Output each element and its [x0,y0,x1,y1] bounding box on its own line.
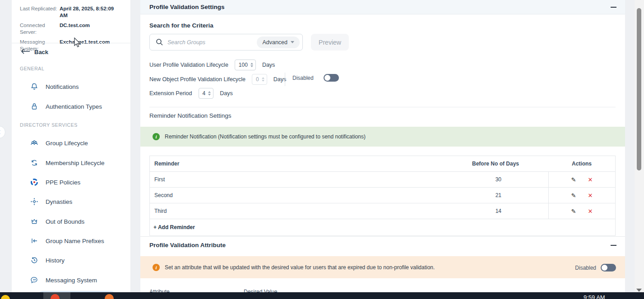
new-object-disabled-label: Disabled [292,75,314,81]
new-object-lifecycle-toggle-row: Disabled [292,74,339,82]
taskbar-clock[interactable]: 9:59 AM [584,294,605,299]
sidebar-item-group-lifecycle[interactable]: Group Lifecycle [30,138,88,148]
out-of-bounds-icon [30,217,39,226]
user-profile-lifecycle-row: User Profile Validation Lifecycle 100 Da… [149,60,275,70]
advanced-label: Advanced [262,39,287,46]
new-object-lifecycle-toggle[interactable] [324,74,339,82]
reminder-days: 30 [449,172,548,187]
group-icon [30,138,39,147]
sidebar-item-group-name-prefixes[interactable]: Group Name Prefixes [30,235,104,246]
replication-info-block: Last Replicated: April 28, 2025, 8:52:09… [20,5,123,55]
sidebar-item-history[interactable]: History [30,255,65,266]
new-object-lifecycle-input: 0 [252,74,267,85]
back-label: Back [34,49,48,55]
days-label: Days [220,90,232,97]
section-general: GENERAL [20,66,44,71]
sidebar-item-label: Notifications [46,83,79,90]
edit-icon[interactable]: ✎ [571,208,576,215]
messaging-system-value: Exchange1.test.com [60,39,110,52]
taskbar-app-icon[interactable] [1,295,10,299]
search-icon [156,38,163,46]
user-profile-lifecycle-input[interactable]: 100 [235,60,256,70]
lock-icon [30,102,39,111]
sidebar-item-membership-lifecycle[interactable]: Membership Lifecycle [30,157,105,168]
spinner-arrows-icon[interactable] [208,91,211,96]
preview-button[interactable]: Preview [311,34,349,51]
reminder-table-header: Reminder Before No of Days Actions [150,156,615,172]
spinner-arrows-icon[interactable] [250,63,253,67]
delete-icon[interactable]: ✕ [588,208,593,215]
attribute-banner-text: Set an attribute that will be updated wi… [165,264,435,271]
scrollbar-down-arrow[interactable] [636,289,642,292]
toggle-knob [602,265,607,271]
search-criteria-heading: Search for the Criteria [149,22,213,29]
history-icon [30,256,39,265]
sync-icon [30,158,39,167]
sidebar-collapse-button[interactable] [0,126,5,138]
sidebar-item-label: Dynasties [46,198,72,205]
section-divider [140,236,625,237]
days-label: Days [273,76,286,83]
sidebar-item-label: Group Lifecycle [46,140,88,147]
taskbar: 9:59 AM [0,292,644,299]
reminder-name: Second [150,188,449,203]
reminder-name: Third [150,203,449,219]
sidebar-item-label: Membership Lifecycle [46,160,105,166]
delete-icon[interactable]: ✕ [588,192,593,199]
connected-server-label: Connected Server: [20,22,60,36]
app-screen: Last Replicated: April 28, 2025, 8:52:09… [0,0,644,299]
sidebar-item-messaging-system[interactable]: Messaging System [30,275,97,285]
sidebar-item-out-of-bounds[interactable]: Out of Bounds [30,216,84,227]
extension-period-value: 4 [203,90,206,97]
edit-icon[interactable]: ✎ [571,192,576,199]
reminder-table: Reminder Before No of Days Actions First… [149,156,616,236]
sidebar-item-label: Authentication Types [46,103,102,110]
add-reminder-button[interactable]: + Add Reminder [150,219,195,235]
back-button[interactable]: Back [20,49,48,55]
panel-header: Profile Validation Settings [140,0,625,14]
collapse-section-button[interactable] [610,4,617,11]
section-divider [149,107,616,107]
reminder-settings-heading: Reminder Notification Settings [149,112,232,119]
sidebar-item-label: Group Name Prefixes [46,238,104,244]
mouse-cursor [74,37,82,50]
new-object-lifecycle-value: 0 [256,76,259,83]
sidebar-item-label: History [46,257,65,264]
last-replicated-row: Last Replicated: April 28, 2025, 8:52:09… [20,5,123,19]
collapse-attribute-section-button[interactable] [610,242,617,249]
sidebar-item-authentication-types[interactable]: Authentication Types [30,101,102,112]
advanced-search-button[interactable]: Advanced [257,37,300,48]
last-replicated-label: Last Replicated: [20,5,60,19]
sidebar-item-label: Messaging System [46,277,97,284]
delete-icon[interactable]: ✕ [588,176,593,183]
taskbar-app-icon-2[interactable] [105,294,114,299]
col-actions: Actions [548,156,615,171]
sidebar-item-ppe-policies[interactable]: PPE Policies [30,177,80,188]
sidebar-divider [12,43,131,43]
new-object-lifecycle-row: New Object Profile Validation Lifecycle … [149,74,286,85]
sidebar-item-dynasties[interactable]: Dynasties [30,196,72,207]
connected-server-row: Connected Server: DC.test.com [20,22,123,36]
table-row: Second 21 ✎ ✕ [150,188,615,203]
attribute-disabled-label: Disabled [575,265,596,271]
profile-validation-attribute-heading: Profile Validation Attribute [149,242,226,248]
scrollbar-thumb[interactable] [637,8,641,170]
extension-period-input[interactable]: 4 [199,88,214,99]
search-groups-input[interactable] [167,39,257,46]
user-profile-lifecycle-label: User Profile Validation Lifecycle [149,62,228,68]
table-row: Third 14 ✎ ✕ [150,203,615,219]
section-directory-services: DIRECTORY SERVICES [20,122,78,128]
field-divider [285,73,285,86]
attribute-banner: i Set an attribute that will be updated … [140,256,625,278]
bell-icon [30,82,39,91]
table-row: First 30 ✎ ✕ [150,172,615,188]
back-arrow-icon [20,49,30,55]
minus-icon [611,7,616,8]
extension-period-label: Extension Period [149,90,192,97]
reminder-days: 21 [449,188,548,203]
reminder-name: First [150,172,449,187]
sidebar-item-notifications[interactable]: Notifications [30,81,79,92]
attribute-toggle[interactable] [601,264,616,271]
edit-icon[interactable]: ✎ [571,176,576,183]
chevron-left-icon [0,130,1,134]
